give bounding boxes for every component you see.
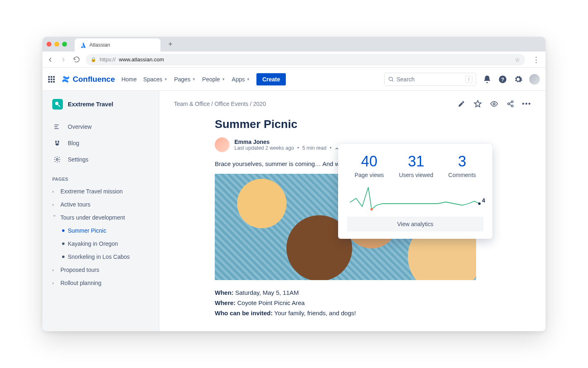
svg-text:?: ? xyxy=(501,76,504,82)
crumb-year[interactable]: 2020 xyxy=(253,101,266,107)
tab-title: Atlassian xyxy=(89,42,110,48)
chevron-down-icon: ▼ xyxy=(222,77,225,81)
settings-icon[interactable] xyxy=(514,75,523,84)
search-placeholder: Search xyxy=(396,76,414,83)
svg-point-5 xyxy=(493,103,495,105)
crumb-team-office[interactable]: Team & Office xyxy=(174,101,210,107)
sidebar: Exxtreme Travel Overview Blog Settings P… xyxy=(42,91,159,331)
blog-icon xyxy=(53,139,61,147)
space-name: Exxtreme Travel xyxy=(68,101,113,108)
search-shortcut: / xyxy=(465,76,472,83)
chevron-right-icon: › xyxy=(52,189,57,194)
svg-point-3 xyxy=(55,102,58,105)
share-icon[interactable] xyxy=(506,100,514,108)
svg-point-4 xyxy=(56,159,58,161)
tree-snorkeling[interactable]: Snorkeling in Los Cabos xyxy=(52,250,153,263)
url-host: www.atlassian.com xyxy=(119,56,164,63)
more-icon[interactable]: ••• xyxy=(523,100,531,108)
svg-point-8 xyxy=(511,105,513,107)
chevron-right-icon: › xyxy=(52,280,57,285)
gear-icon xyxy=(53,155,61,164)
browser-tab[interactable]: Atlassian xyxy=(75,38,160,52)
svg-point-9 xyxy=(370,208,373,211)
chevron-down-icon: › xyxy=(52,215,57,220)
analytics-popover: 40 Page views 31 Users viewed 3 Comments xyxy=(338,144,492,239)
tree-mission[interactable]: ›Exxtreme Travel mission xyxy=(52,185,153,198)
sidebar-overview[interactable]: Overview xyxy=(52,119,153,135)
where-row: Where: Coyote Point Picnic Area xyxy=(215,299,484,306)
watch-icon[interactable] xyxy=(490,100,498,108)
product-logo[interactable]: Confluence xyxy=(61,75,115,84)
search-input[interactable]: Search / xyxy=(384,73,476,86)
nav-pages[interactable]: Pages▼ xyxy=(174,76,196,83)
window-min-dot[interactable] xyxy=(54,42,59,47)
svg-point-6 xyxy=(511,101,513,103)
confluence-icon xyxy=(61,75,70,84)
bullet-icon xyxy=(62,256,65,258)
notifications-icon[interactable] xyxy=(483,75,492,84)
chevron-down-icon: ▼ xyxy=(247,77,250,81)
back-icon[interactable] xyxy=(47,56,54,63)
chevron-right-icon: › xyxy=(52,202,57,207)
author-avatar[interactable] xyxy=(215,137,229,152)
bullet-icon xyxy=(62,242,65,245)
tree-rollout[interactable]: ›Rollout planning xyxy=(52,276,153,289)
tree-proposed-tours[interactable]: ›Proposed tours xyxy=(52,263,153,276)
overview-icon xyxy=(53,123,61,131)
chevron-right-icon: › xyxy=(52,267,57,272)
nav-people[interactable]: People▼ xyxy=(202,76,225,83)
stat-users-viewed: 31 Users viewed xyxy=(399,153,433,178)
address-bar[interactable]: 🔒 https:// www.atlassian.com ☆ xyxy=(86,54,525,65)
new-tab-button[interactable]: + xyxy=(168,40,173,49)
tree-kayaking[interactable]: Kayaking in Oregon xyxy=(52,237,153,250)
sparkline-chart: 4 xyxy=(347,184,483,213)
space-header[interactable]: Exxtreme Travel xyxy=(52,99,153,110)
reload-icon[interactable] xyxy=(73,56,80,63)
chevron-down-icon: ▼ xyxy=(164,77,168,81)
star-icon[interactable] xyxy=(474,100,482,108)
last-updated: Last updated 2 weeks ago xyxy=(234,145,294,151)
stat-page-views: 40 Page views xyxy=(354,153,384,178)
sparkline-end-value: 4 xyxy=(482,197,485,204)
breadcrumb: Team & Office / Office Events / 2020 xyxy=(174,101,266,107)
space-icon xyxy=(52,99,63,110)
lock-icon: 🔒 xyxy=(91,57,96,62)
crumb-office-events[interactable]: Office Events xyxy=(214,101,248,107)
tree-summer-picnic[interactable]: Summer Picnic xyxy=(52,224,153,237)
sidebar-blog[interactable]: Blog xyxy=(52,135,153,151)
when-row: When: Saturday, May 5, 11AM xyxy=(215,289,484,296)
nav-spaces[interactable]: Spaces▼ xyxy=(143,76,168,83)
browser-chrome: Atlassian + 🔒 https:// www.atlassian.com… xyxy=(42,37,546,68)
tree-active-tours[interactable]: ›Active tours xyxy=(52,198,153,211)
nav-home[interactable]: Home xyxy=(121,76,136,83)
user-avatar[interactable] xyxy=(529,74,540,85)
tree-tours-development[interactable]: ›Tours under development xyxy=(52,211,153,224)
url-proto: https:// xyxy=(100,56,116,63)
svg-point-10 xyxy=(478,202,481,205)
app-switcher-icon[interactable] xyxy=(48,76,55,83)
app-header: Confluence Home Spaces▼ Pages▼ People▼ A… xyxy=(42,68,546,91)
help-icon[interactable]: ? xyxy=(498,75,507,84)
create-button[interactable]: Create xyxy=(256,73,286,85)
chevron-down-icon: ▼ xyxy=(192,77,196,81)
sidebar-settings[interactable]: Settings xyxy=(52,151,153,168)
browser-menu-icon[interactable]: ⋮ xyxy=(531,55,541,64)
pages-section-label: PAGES xyxy=(52,177,153,182)
read-time: 5 min read xyxy=(302,145,326,151)
atlassian-icon xyxy=(80,42,86,48)
stat-comments: 3 Comments xyxy=(448,153,476,178)
star-icon[interactable]: ☆ xyxy=(515,56,520,63)
svg-point-0 xyxy=(389,77,393,81)
who-row: Who can be invited: Your family, friends… xyxy=(215,310,484,316)
product-name: Confluence xyxy=(73,75,115,84)
bullet-icon xyxy=(62,229,65,232)
page-title: Summer Picnic xyxy=(215,118,484,131)
window-max-dot[interactable] xyxy=(62,42,67,47)
view-analytics-button[interactable]: View analytics xyxy=(347,217,483,231)
window-close-dot[interactable] xyxy=(47,42,51,47)
edit-icon[interactable] xyxy=(457,100,466,108)
svg-point-7 xyxy=(508,103,510,105)
search-icon xyxy=(388,76,394,82)
nav-apps[interactable]: Apps▼ xyxy=(232,76,250,83)
forward-icon xyxy=(60,56,67,63)
